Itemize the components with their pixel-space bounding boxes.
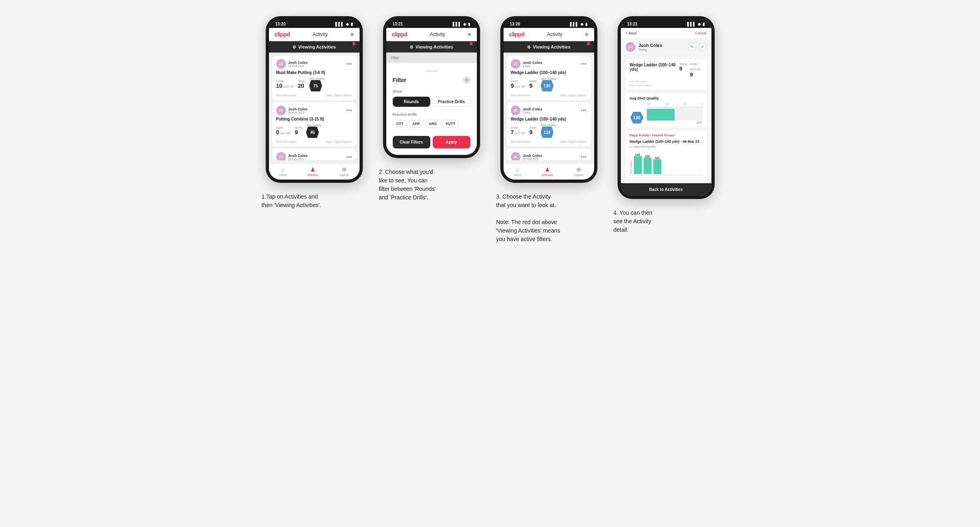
- caption1: 1.Tap on Activities andthen 'Viewing Act…: [262, 193, 367, 210]
- avatar3-3: JC: [511, 152, 521, 160]
- hamburger3[interactable]: ≡: [585, 31, 588, 38]
- nav-activities1[interactable]: ♟ Activities: [307, 166, 319, 176]
- score-label4: Score: [679, 63, 687, 66]
- score-val4: 9: [679, 66, 687, 72]
- test-info4: Test Information: [630, 80, 703, 83]
- clear-filters-btn[interactable]: Clear Filters: [393, 136, 430, 148]
- banner2[interactable]: ⚙ Viewing Activities: [386, 41, 477, 53]
- more-dots3-3[interactable]: •••: [581, 154, 587, 160]
- score-group3-2: Score 7 OUT OF: [511, 126, 525, 135]
- activities-label1: Activities: [307, 174, 319, 176]
- detail-section-header: Wedge Ladder (100–140 yds) Score 9 Shots: [630, 63, 703, 78]
- capture-icon1: ⊕: [342, 166, 347, 173]
- y-axis-label: Shot Quality: [630, 161, 632, 174]
- data-source1-1: Data: Clippd Capture: [326, 94, 352, 97]
- activity-card3-1[interactable]: JC Josh Coles Today ••• Wedge Ladder (10…: [507, 56, 591, 100]
- more-dots3-1[interactable]: •••: [581, 61, 587, 67]
- phone4-inner: 13:21 ▌▌▌ ◈ ▮ < Back Cancel JC Jo: [621, 19, 711, 196]
- detail-user-date: Today: [639, 48, 685, 51]
- bar-item4-1: 129: [643, 155, 652, 174]
- score-group1-2: Score 0 OUT OF: [276, 126, 291, 135]
- activity-card3-3[interactable]: JC Josh Coles 28 Feb 2023 •••: [507, 149, 591, 160]
- bar-rect4-1: [643, 158, 652, 174]
- back-btn[interactable]: < Back: [626, 31, 637, 35]
- app-header3: clippd Activity ≡: [504, 28, 594, 41]
- capture-icon3: ⊕: [576, 166, 581, 173]
- activity-card1-3[interactable]: JC Josh Coles 28 Feb 2023 •••: [272, 149, 356, 160]
- avatar3-2: JC: [511, 106, 521, 115]
- score-col4: Score 9: [679, 63, 687, 72]
- home-icon1: ⌂: [281, 166, 284, 173]
- home-label3: Home: [514, 174, 521, 176]
- score-label3-2: Score: [511, 126, 525, 129]
- time2: 13:21: [393, 22, 403, 26]
- activity-title3-1: Wedge Ladder (100–140 yds): [511, 70, 587, 75]
- shots-label1-2: Shots: [295, 126, 302, 129]
- nav-capture3[interactable]: ⊕ Capture: [574, 166, 584, 176]
- data-source3-1: Data: Clippd Capture: [560, 94, 586, 97]
- phone1-inner: 13:20 ▌▌▌ ◈ ▮ clippd Activity ≡ ⚙ Vi: [269, 19, 360, 180]
- back-to-activities-btn[interactable]: Back to Activities: [621, 183, 711, 196]
- banner1[interactable]: ⚙ Viewing Activities: [269, 41, 360, 53]
- sq-badge3-1: 130: [541, 80, 554, 91]
- battery-icon2: ▮: [468, 22, 470, 26]
- activity-card1-2[interactable]: JC Josh Coles 28 Feb 2023 ••• Putting Co…: [272, 102, 356, 146]
- filter-close-btn[interactable]: ✕: [463, 76, 470, 84]
- hamburger2[interactable]: ≡: [468, 31, 471, 38]
- activity-card3-2[interactable]: JC Josh Coles Today ••• Wedge Ladder (10…: [507, 102, 591, 146]
- battery-icon4: ▮: [703, 22, 705, 26]
- filter-header: Filter ✕: [393, 76, 470, 84]
- bar-item4-0: 132: [634, 153, 642, 174]
- data-capture4: Data: Clippd Capture: [630, 84, 703, 87]
- settings-icon3: ⚙: [527, 45, 531, 49]
- time4: 13:21: [627, 22, 638, 26]
- mini-bar-track: [647, 106, 703, 121]
- chip-putt[interactable]: PUTT: [442, 120, 459, 128]
- share-icon[interactable]: ⤢: [698, 43, 707, 51]
- more-dots1-1[interactable]: •••: [346, 61, 352, 67]
- score-value1-2: 0: [276, 129, 279, 135]
- test-info3-2: Test Information: [511, 140, 531, 143]
- phone2: 13:21 ▌▌▌ ◈ ▮ clippd Activity ≡ ⚙ Viewin…: [383, 16, 480, 158]
- banner1-text: Viewing Activities: [298, 44, 336, 49]
- chip-app[interactable]: APP: [409, 120, 424, 128]
- user-row1-2: JC Josh Coles 28 Feb 2023 •••: [276, 106, 352, 115]
- user-date3-1: Today: [523, 65, 578, 68]
- hamburger1[interactable]: ≡: [350, 31, 353, 38]
- out-of3-2: OUT OF: [514, 132, 525, 135]
- avatar1-2: JC: [276, 106, 286, 115]
- activity-card1-1[interactable]: JC Josh Coles 28 Feb 2023 ••• Must Make …: [272, 56, 356, 100]
- screen3-col: 13:20 ▌▌▌ ◈ ▮ clippd Activity ≡ ⚙ Viewin…: [496, 16, 601, 243]
- edit-icon[interactable]: ✎: [688, 43, 696, 51]
- chip-ott[interactable]: OTT: [393, 120, 407, 128]
- test-info1-2: Test Information: [276, 140, 296, 143]
- nav-activities3[interactable]: ♟ Activities: [542, 166, 553, 176]
- caption2: 2. Choose what you'dlike to see. You can…: [379, 168, 484, 202]
- chip-arg[interactable]: ARG: [425, 120, 440, 128]
- banner3[interactable]: ⚙ Viewing Activities: [504, 41, 594, 53]
- nav-home3[interactable]: ⌂ Home: [514, 166, 521, 176]
- capture-label3: Capture: [574, 174, 584, 176]
- more-dots1-3[interactable]: •••: [346, 154, 352, 160]
- avg-sq-chart-row: 130 130 100 50 0: [630, 103, 703, 124]
- nav-home1[interactable]: ⌂ Home: [279, 166, 287, 176]
- user-name3-3: Josh Coles: [523, 154, 578, 158]
- shots-label3-1: Shots: [529, 80, 537, 83]
- home-icon3: ⌂: [516, 166, 519, 173]
- screen4-col: 13:21 ▌▌▌ ◈ ▮ < Back Cancel JC Jo: [614, 16, 719, 234]
- apply-btn[interactable]: Apply: [433, 136, 470, 148]
- more-dots1-2[interactable]: •••: [346, 108, 352, 113]
- shots-label4: Shots: [690, 63, 703, 66]
- more-dots3-2[interactable]: •••: [581, 108, 587, 113]
- battery-icon: ▮: [351, 22, 353, 26]
- cancel-btn[interactable]: Cancel: [695, 31, 706, 35]
- detail-main-section: Wedge Ladder (100–140 yds) Score 9 Shots: [626, 59, 707, 90]
- bar-label-0: 0: [701, 103, 702, 105]
- filter-tab-drills[interactable]: Practice Drills: [433, 97, 470, 107]
- filter-tab-rounds[interactable]: Rounds: [393, 97, 430, 107]
- battery-icon3: ▮: [585, 22, 588, 26]
- phone1: 13:20 ▌▌▌ ◈ ▮ clippd Activity ≡ ⚙ Vi: [266, 16, 363, 183]
- sq-badge1-2: 45: [306, 127, 319, 138]
- nav-capture1[interactable]: ⊕ Capture: [339, 166, 349, 176]
- avatar1-3: JC: [276, 152, 286, 160]
